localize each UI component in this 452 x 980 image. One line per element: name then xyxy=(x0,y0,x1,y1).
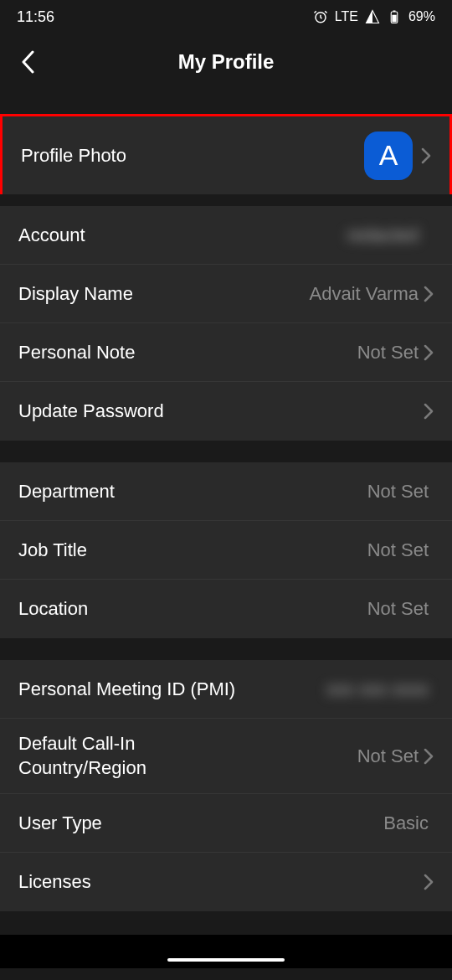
row-value: Advait Varma xyxy=(310,283,419,305)
row-licenses[interactable]: Licenses xyxy=(0,853,452,911)
chevron-right-icon xyxy=(424,403,434,420)
row-user-type[interactable]: User Type Basic xyxy=(0,794,452,853)
section-org: Department Not Set Job Title Not Set Loc… xyxy=(0,462,452,638)
row-personal-note[interactable]: Personal Note Not Set xyxy=(0,323,452,382)
row-department[interactable]: Department Not Set xyxy=(0,462,452,521)
row-label: User Type xyxy=(18,812,102,834)
row-job-title[interactable]: Job Title Not Set xyxy=(0,521,452,580)
row-label: Account xyxy=(18,224,85,246)
section-account: Account redacted Display Name Advait Var… xyxy=(0,206,452,441)
row-value: Not Set xyxy=(357,342,419,364)
row-label: Default Call-In Country/Region xyxy=(18,732,203,780)
row-value: Not Set xyxy=(367,481,429,503)
battery-icon xyxy=(387,9,402,24)
row-value: Not Set xyxy=(367,539,429,561)
chevron-right-icon xyxy=(424,874,434,890)
status-icons: LTE 69% xyxy=(313,9,435,24)
chevron-right-icon xyxy=(424,748,434,765)
row-default-call-in[interactable]: Default Call-In Country/Region Not Set xyxy=(0,719,452,794)
section-meeting: Personal Meeting ID (PMI) xxx xxx xxxx D… xyxy=(0,660,452,911)
row-pmi[interactable]: Personal Meeting ID (PMI) xxx xxx xxxx xyxy=(0,660,452,719)
profile-photo-label: Profile Photo xyxy=(21,145,126,167)
signal-icon xyxy=(365,9,380,24)
row-update-password[interactable]: Update Password xyxy=(0,382,452,441)
header: My Profile xyxy=(0,34,452,90)
home-indicator[interactable] xyxy=(167,958,285,962)
status-time: 11:56 xyxy=(17,8,54,26)
svg-rect-2 xyxy=(392,15,396,23)
row-label: Location xyxy=(18,598,88,620)
svg-rect-3 xyxy=(393,11,395,13)
nav-bar-area xyxy=(0,935,452,968)
chevron-left-icon xyxy=(21,50,34,74)
alarm-icon xyxy=(313,9,328,24)
chevron-right-icon xyxy=(424,344,434,361)
status-bar: 11:56 LTE 69% xyxy=(0,0,452,34)
row-value: Not Set xyxy=(367,598,429,620)
row-label: Licenses xyxy=(18,871,91,893)
row-display-name[interactable]: Display Name Advait Varma xyxy=(0,265,452,323)
row-label: Display Name xyxy=(18,283,133,305)
row-value: xxx xxx xxxx xyxy=(326,678,429,700)
chevron-right-icon xyxy=(424,286,434,302)
row-value: redacted xyxy=(347,224,429,246)
chevron-right-icon xyxy=(421,147,431,164)
row-account[interactable]: Account redacted xyxy=(0,206,452,265)
network-label: LTE xyxy=(335,9,358,24)
row-location[interactable]: Location Not Set xyxy=(0,580,452,638)
row-profile-photo[interactable]: Profile Photo A xyxy=(0,114,452,194)
row-label: Job Title xyxy=(18,539,87,561)
row-value: Basic xyxy=(383,812,429,834)
battery-label: 69% xyxy=(408,9,435,24)
row-label: Department xyxy=(18,481,115,503)
page-title: My Profile xyxy=(178,50,275,74)
row-label: Personal Note xyxy=(18,342,135,364)
avatar: A xyxy=(364,132,413,180)
back-button[interactable] xyxy=(15,49,40,75)
row-label: Personal Meeting ID (PMI) xyxy=(18,678,235,700)
row-label: Update Password xyxy=(18,400,164,422)
row-value: Not Set xyxy=(357,745,419,767)
